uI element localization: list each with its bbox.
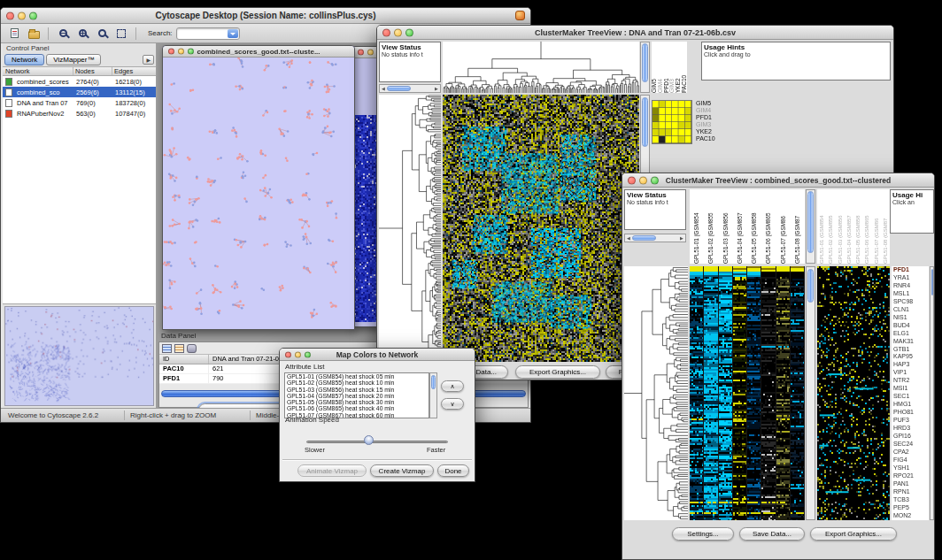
move-down-button[interactable]: ∨ bbox=[441, 398, 464, 410]
scrollbar-thumb[interactable] bbox=[632, 235, 656, 241]
scrollbar-thumb[interactable] bbox=[431, 375, 436, 389]
gene-label[interactable]: RNR4 bbox=[893, 282, 929, 290]
gene-label[interactable]: SPC98 bbox=[893, 298, 929, 306]
array-column-label[interactable]: GPL51-07 (GSM86 bbox=[781, 189, 786, 264]
zoom-icon[interactable] bbox=[305, 351, 311, 357]
done-button[interactable]: Done bbox=[437, 464, 469, 477]
zoom-icon[interactable] bbox=[651, 176, 659, 184]
zoom-icon[interactable] bbox=[29, 12, 37, 19]
network-row[interactable]: DNA and Tran 07 769(0) 183728(0) bbox=[3, 97, 156, 108]
scrollbar-thumb[interactable] bbox=[807, 191, 814, 253]
gene-label[interactable]: MON2 bbox=[893, 512, 929, 520]
tab-network[interactable]: Network bbox=[4, 54, 44, 65]
vertical-scrollbar[interactable] bbox=[806, 189, 815, 264]
search-combobox[interactable] bbox=[176, 27, 240, 40]
open-folder-icon[interactable] bbox=[26, 26, 42, 41]
network-row[interactable]: combined_sco 2569(6) 13112(15) bbox=[3, 87, 156, 97]
gene-label[interactable]: PAC10 bbox=[696, 135, 715, 142]
column-dendrogram-canvas[interactable] bbox=[443, 42, 639, 93]
array-column-label[interactable]: GPL51-01 (GSM854 bbox=[694, 189, 699, 264]
heatmap-canvas[interactable] bbox=[443, 95, 639, 362]
export-graphics-button[interactable]: Export Graphics... bbox=[810, 527, 897, 541]
col-header-network[interactable]: Network bbox=[3, 67, 73, 75]
zoom-fit-icon[interactable] bbox=[113, 26, 129, 41]
close-icon[interactable] bbox=[358, 50, 364, 56]
network-canvas[interactable] bbox=[163, 58, 354, 329]
column-label[interactable]: PAC10 bbox=[682, 42, 687, 93]
scroll-left-icon[interactable]: ◀ bbox=[380, 86, 387, 91]
gene-label[interactable]: HRD3 bbox=[893, 425, 929, 433]
attribute-item[interactable]: GPL51-04 (GSM857) heat shock 20 min bbox=[287, 393, 429, 399]
gene-label[interactable]: SEC24 bbox=[893, 441, 929, 449]
gene-label[interactable]: NIS1 bbox=[893, 314, 929, 322]
birdseye-view-canvas[interactable] bbox=[4, 306, 154, 406]
gene-label[interactable]: SEC1 bbox=[893, 393, 929, 401]
close-icon[interactable] bbox=[628, 176, 636, 184]
create-vizmap-button[interactable]: Create Vizmap bbox=[370, 464, 434, 477]
gene-label[interactable]: FIG4 bbox=[893, 456, 929, 464]
gene-label[interactable]: PUF3 bbox=[893, 417, 929, 425]
gene-label[interactable]: YKE2 bbox=[696, 128, 715, 135]
gene-label[interactable]: YSH1 bbox=[893, 464, 929, 472]
correlation-mini-heatmap-canvas[interactable] bbox=[652, 100, 692, 144]
attribute-item[interactable]: GPL51-03 (GSM856) heat shock 15 min bbox=[287, 387, 429, 393]
dialog-titlebar[interactable]: Map Colors to Network bbox=[280, 349, 475, 361]
attribute-item[interactable]: GPL51-06 (GSM865) heat shock 40 min bbox=[287, 405, 429, 411]
scrollbar-thumb[interactable] bbox=[387, 86, 411, 91]
settings-button[interactable]: Settings... bbox=[672, 527, 734, 541]
array-column-label[interactable]: GPL51-08 (GSM87 bbox=[795, 189, 800, 264]
vertical-scrollbar[interactable] bbox=[930, 266, 934, 520]
gene-label[interactable]: GPI16 bbox=[893, 433, 929, 441]
scrollbar-thumb[interactable] bbox=[642, 97, 648, 147]
export-graphics-button[interactable]: Export Graphics... bbox=[515, 365, 600, 379]
array-column-label[interactable]: GPL51-06 (GSM865 bbox=[766, 189, 771, 264]
gene-label[interactable]: HAP3 bbox=[893, 361, 929, 369]
scroll-right-icon[interactable]: ▶ bbox=[433, 86, 440, 91]
gene-label[interactable]: MSI1 bbox=[893, 385, 929, 393]
scrollbar-thumb[interactable] bbox=[807, 269, 814, 303]
chevron-down-icon[interactable] bbox=[228, 29, 238, 38]
vertical-scrollbar[interactable] bbox=[806, 266, 815, 520]
global-view-canvas[interactable] bbox=[817, 266, 890, 520]
gene-label[interactable]: ELG1 bbox=[893, 330, 929, 338]
gene-label[interactable]: MAK31 bbox=[893, 338, 929, 346]
treeview-combined-titlebar[interactable]: ClusterMaker TreeView : combined_scores_… bbox=[622, 173, 934, 188]
animate-vizmap-button[interactable]: Animate Vizmap bbox=[297, 464, 367, 477]
scroll-right-icon[interactable]: ▶ bbox=[678, 235, 685, 241]
scroll-left-icon[interactable]: ◀ bbox=[625, 235, 632, 241]
move-up-button[interactable]: ∧ bbox=[441, 380, 464, 392]
scrollbar-thumb[interactable] bbox=[642, 43, 648, 82]
gene-label[interactable]: BUD4 bbox=[893, 322, 929, 330]
treeview-dna-titlebar[interactable]: ClusterMaker TreeView : DNA and Tran 07-… bbox=[377, 26, 893, 40]
gene-label[interactable]: CLN1 bbox=[893, 306, 929, 314]
gene-label[interactable]: NTR2 bbox=[893, 377, 929, 385]
attribute-item[interactable]: GPL51-05 (GSM858) heat shock 30 min bbox=[287, 399, 429, 405]
scrollbar-thumb[interactable] bbox=[931, 269, 933, 295]
close-icon[interactable] bbox=[285, 351, 291, 357]
array-column-label[interactable]: GPL51-03 (GSM856 bbox=[723, 189, 729, 264]
attribute-icon[interactable] bbox=[174, 344, 184, 353]
tab-overflow-arrow[interactable]: ▶ bbox=[143, 55, 154, 65]
attribute-item[interactable]: GPL51-01 (GSM854) heat shock 05 min bbox=[287, 373, 429, 380]
gene-label[interactable]: PAN1 bbox=[893, 480, 929, 488]
speed-slider-track[interactable] bbox=[306, 441, 448, 443]
network-view-titlebar[interactable]: combined_scores_good.txt--cluste... bbox=[163, 46, 354, 58]
gene-label[interactable]: VIP1 bbox=[893, 369, 929, 377]
tab-vizmapper[interactable]: VizMapper™ bbox=[46, 54, 101, 65]
database-icon[interactable] bbox=[187, 344, 197, 353]
minimize-icon[interactable] bbox=[639, 176, 647, 184]
gene-label[interactable]: PFD1 bbox=[893, 266, 929, 274]
zoom-selected-icon[interactable] bbox=[94, 26, 110, 41]
col-header-nodes[interactable]: Nodes bbox=[73, 67, 112, 75]
close-icon[interactable] bbox=[168, 49, 174, 55]
col-header-edges[interactable]: Edges bbox=[112, 67, 156, 75]
gene-label[interactable]: YRA1 bbox=[893, 274, 929, 282]
gene-label[interactable]: GTB1 bbox=[893, 346, 929, 354]
network-view-window[interactable]: combined_scores_good.txt--cluste... bbox=[162, 45, 355, 330]
horizontal-scrollbar[interactable]: ◀ ▶ bbox=[624, 234, 686, 242]
heatmap-canvas[interactable] bbox=[690, 266, 805, 520]
gene-label[interactable]: CPA2 bbox=[893, 449, 929, 456]
row-dendrogram-canvas[interactable] bbox=[379, 95, 441, 362]
minimize-icon[interactable] bbox=[178, 49, 184, 55]
col-header-id[interactable]: ID bbox=[159, 355, 209, 364]
